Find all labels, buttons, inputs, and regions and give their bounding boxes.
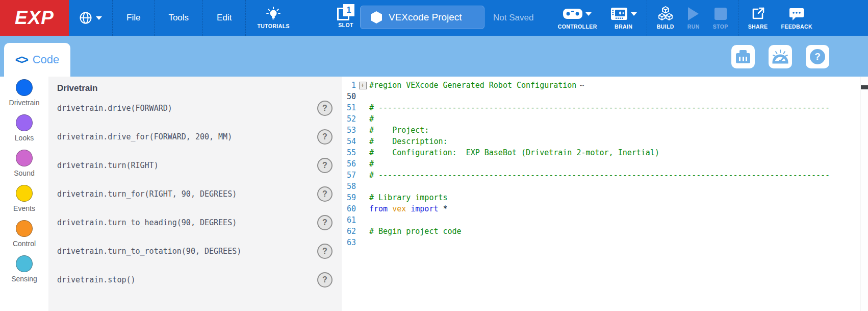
dashboard-button[interactable] bbox=[769, 45, 792, 68]
save-status: Not Saved bbox=[493, 0, 533, 36]
editor-line: 63 bbox=[342, 237, 860, 248]
command-help-button[interactable]: ? bbox=[317, 186, 333, 202]
fold-expand-icon[interactable]: + bbox=[359, 82, 367, 89]
editor-line: 59# Library imports bbox=[342, 192, 860, 203]
feedback-button[interactable]: FEEDBACK bbox=[774, 0, 819, 36]
build-label: BUILD bbox=[657, 23, 674, 30]
command-help-button[interactable]: ? bbox=[317, 158, 333, 173]
brain-icon bbox=[610, 7, 628, 20]
command-snippet[interactable]: drivetrain.turn(RIGHT) bbox=[57, 161, 317, 170]
code-text: # Library imports bbox=[369, 193, 448, 202]
line-number: 56 bbox=[342, 159, 356, 169]
command-row: drivetrain.drive(FORWARD)? bbox=[57, 94, 342, 122]
brain-button[interactable]: BRAIN bbox=[604, 0, 644, 36]
category-label: Sensing bbox=[11, 275, 37, 283]
editor-line: 55# Configuration: EXP BaseBot (Drivetra… bbox=[342, 147, 860, 158]
command-row: drivetrain.turn_for(RIGHT, 90, DEGREES)? bbox=[57, 180, 342, 208]
code-segment-comment: # Begin project code bbox=[369, 227, 462, 236]
category-sensing[interactable]: Sensing bbox=[11, 255, 37, 291]
vex-exp-logo: EXP bbox=[0, 0, 69, 36]
code-text: from vex import * bbox=[369, 204, 448, 213]
editor-line: 56# bbox=[342, 158, 860, 170]
looks-category-icon[interactable] bbox=[16, 114, 33, 131]
controller-button[interactable]: CONTROLLER bbox=[551, 0, 604, 36]
code-segment-keyword: import bbox=[411, 204, 438, 213]
device-info-button[interactable] bbox=[731, 45, 755, 68]
editor-line: 51# ------------------------------------… bbox=[342, 102, 860, 113]
line-number: 52 bbox=[342, 114, 356, 124]
slot-label: SLOT bbox=[338, 22, 353, 28]
command-help-button[interactable]: ? bbox=[317, 129, 333, 145]
device-console-icon bbox=[736, 50, 750, 63]
events-category-icon[interactable] bbox=[16, 185, 33, 202]
project-name-button[interactable]: VEXcode Project bbox=[360, 6, 484, 29]
code-segment-plain bbox=[388, 204, 392, 213]
menu-tools[interactable]: Tools bbox=[155, 0, 203, 36]
line-number: 63 bbox=[342, 238, 356, 247]
stop-button[interactable]: STOP bbox=[706, 0, 735, 36]
command-help-button[interactable]: ? bbox=[317, 272, 333, 288]
code-segment-module: vex bbox=[392, 204, 406, 213]
drivetrain-category-icon[interactable] bbox=[16, 79, 33, 96]
command-help-button[interactable]: ? bbox=[317, 215, 333, 230]
command-snippet[interactable]: drivetrain.stop() bbox=[57, 275, 317, 284]
topbar-divider bbox=[738, 0, 738, 36]
command-snippet[interactable]: drivetrain.drive(FORWARD) bbox=[57, 104, 317, 113]
folded-region-ellipsis[interactable]: ⋯ bbox=[579, 81, 584, 90]
slot-icon: 1 bbox=[337, 4, 354, 20]
share-label: SHARE bbox=[748, 23, 768, 30]
vexcode-app: EXP File Tools Edit TUTORIALS 1 bbox=[0, 0, 868, 311]
category-drivetrain[interactable]: Drivetrain bbox=[9, 79, 40, 114]
command-snippet[interactable]: drivetrain.turn_to_heading(90, DEGREES) bbox=[57, 218, 317, 227]
line-number: 53 bbox=[342, 126, 356, 135]
command-snippet[interactable]: drivetrain.turn_for(RIGHT, 90, DEGREES) bbox=[57, 189, 317, 199]
section-title: Drivetrain bbox=[57, 83, 342, 93]
code-segment-plain: * bbox=[438, 204, 447, 213]
control-category-icon[interactable] bbox=[16, 220, 33, 237]
command-snippet[interactable]: drivetrain.turn_to_rotation(90, DEGREES) bbox=[57, 247, 317, 256]
code-editor[interactable]: 1+#region VEXcode Generated Robot Config… bbox=[342, 77, 860, 311]
menu-edit[interactable]: Edit bbox=[203, 0, 246, 36]
build-button[interactable]: BUILD bbox=[650, 0, 681, 36]
command-snippet[interactable]: drivetrain.drive_for(FORWARD, 200, MM) bbox=[57, 132, 317, 141]
tab-code[interactable]: <> Code bbox=[4, 43, 70, 77]
editor-line: 62# Begin project code bbox=[342, 226, 860, 237]
category-label: Sound bbox=[14, 169, 34, 177]
editor-scrollbar[interactable] bbox=[860, 77, 868, 311]
category-label: Events bbox=[13, 204, 35, 212]
sound-category-icon[interactable] bbox=[16, 150, 33, 166]
editor-line: 60from vex import * bbox=[342, 203, 860, 214]
tutorials-button[interactable]: TUTORIALS bbox=[246, 0, 301, 36]
feedback-bubble-icon bbox=[789, 7, 804, 21]
run-button[interactable]: RUN bbox=[681, 0, 706, 36]
editor-line: 1+#region VEXcode Generated Robot Config… bbox=[342, 80, 860, 91]
code-text: #region VEXcode Generated Robot Configur… bbox=[369, 81, 576, 90]
code-segment-comment: # Project: bbox=[369, 126, 429, 135]
controller-label: CONTROLLER bbox=[558, 23, 597, 30]
build-cubes-icon bbox=[657, 6, 674, 21]
slot-button[interactable]: 1 SLOT bbox=[331, 4, 360, 28]
run-play-icon bbox=[688, 7, 699, 20]
share-button[interactable]: SHARE bbox=[742, 0, 775, 36]
category-sound[interactable]: Sound bbox=[14, 150, 34, 185]
category-events[interactable]: Events bbox=[13, 185, 35, 220]
help-button[interactable]: ? bbox=[806, 45, 829, 68]
menu-file[interactable]: File bbox=[113, 0, 155, 36]
command-row: drivetrain.turn(RIGHT)? bbox=[57, 152, 342, 179]
code-text: # Project: bbox=[369, 126, 429, 135]
line-number: 62 bbox=[342, 227, 356, 236]
command-help-button[interactable]: ? bbox=[317, 101, 333, 116]
feedback-label: FEEDBACK bbox=[781, 23, 812, 30]
category-looks[interactable]: Looks bbox=[15, 114, 34, 150]
command-help-button[interactable]: ? bbox=[317, 244, 333, 259]
language-menu-button[interactable] bbox=[69, 0, 113, 36]
project-name: VEXcode Project bbox=[389, 12, 462, 23]
stop-label: STOP bbox=[713, 23, 728, 30]
scrollbar-thumb[interactable] bbox=[861, 85, 868, 89]
code-segment-comment: # Configuration: EXP BaseBot (Drivetrain… bbox=[369, 148, 659, 157]
tutorials-label: TUTORIALS bbox=[257, 23, 290, 29]
category-control[interactable]: Control bbox=[13, 220, 36, 255]
line-number: 61 bbox=[342, 216, 356, 225]
sensing-category-icon[interactable] bbox=[16, 255, 33, 272]
editor-line: 58 bbox=[342, 181, 860, 192]
